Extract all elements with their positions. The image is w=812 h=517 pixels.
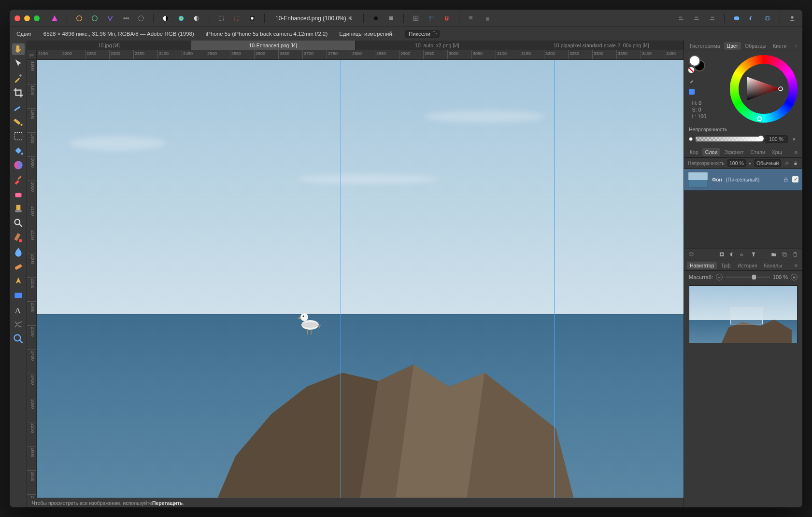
mask-icon[interactable]	[718, 251, 725, 258]
fx-icon[interactable]: fx	[740, 251, 746, 258]
layer-visible-checkbox[interactable]: ✓	[792, 176, 798, 182]
primary-color-swatch[interactable]	[689, 55, 700, 67]
layer-row[interactable]: Фон (Пиксельный) ✓	[684, 169, 802, 191]
color-picker-tool[interactable]	[12, 72, 25, 84]
flood-fill-tool[interactable]	[12, 145, 25, 156]
grid-icon[interactable]	[411, 13, 421, 24]
panel-tab[interactable]: Кор	[687, 148, 701, 156]
navigator-thumbnail[interactable]	[689, 285, 798, 343]
adjustment-levels-icon[interactable]	[191, 13, 202, 24]
panel-tab[interactable]: Стили	[748, 148, 768, 156]
layer-opacity-value[interactable]: 100 %	[727, 159, 746, 167]
document-tab[interactable]: 10-Enhanced.png [И]	[191, 41, 356, 50]
selection-invert-icon[interactable]	[231, 13, 242, 24]
align-center-icon[interactable]	[691, 13, 702, 24]
navigator-viewport-rect[interactable]	[730, 307, 763, 324]
panel-tab[interactable]: Образцы	[742, 42, 769, 50]
panel-tab[interactable]: Трф	[718, 262, 733, 269]
boolean-intersect-icon[interactable]	[762, 13, 773, 24]
ruler-unit[interactable]: px	[27, 50, 37, 60]
boolean-add-icon[interactable]	[731, 13, 742, 24]
document-tab[interactable]: 10-gigapixel-standard-scale-2_00x.png [И…	[519, 41, 684, 50]
color-swatches[interactable]	[689, 55, 706, 72]
zoom-slider[interactable]	[726, 277, 770, 278]
lock-icon[interactable]	[793, 160, 798, 167]
live-filter-icon[interactable]	[750, 251, 757, 258]
opacity-menu-icon[interactable]: ▾	[791, 136, 798, 142]
blend-mode-select[interactable]: Обычный	[754, 159, 781, 167]
close-button[interactable]	[14, 15, 20, 21]
persona-develop-icon[interactable]	[105, 13, 115, 24]
account-icon[interactable]	[787, 13, 798, 24]
document-tab[interactable]: 10_auto_x2.png [И]	[356, 41, 520, 50]
opacity-slider[interactable]	[696, 137, 762, 141]
panel-menu-icon[interactable]: ≡	[793, 43, 799, 49]
adjustment-icon[interactable]	[729, 251, 736, 258]
healing-tool[interactable]	[12, 261, 25, 272]
document-tab[interactable]: 10.jpg [И]	[27, 41, 191, 50]
adjustment-hsl-icon[interactable]	[176, 13, 186, 24]
no-color-swatch[interactable]	[688, 67, 695, 73]
units-select[interactable]: Пиксели	[405, 30, 440, 38]
panel-tab[interactable]: Навигатор	[687, 262, 717, 269]
minimize-button[interactable]	[24, 15, 30, 21]
blur-tool[interactable]	[12, 246, 25, 258]
ruler-vertical[interactable]: 1800185019001950200020502100215022002250…	[27, 60, 37, 498]
inpainting-tool[interactable]	[12, 232, 25, 243]
persona-export-icon[interactable]	[136, 13, 146, 24]
gradient-tool[interactable]	[12, 159, 25, 171]
opacity-value[interactable]: 100 %	[765, 135, 788, 143]
panel-tab[interactable]: Слои	[702, 148, 721, 156]
guide-line[interactable]	[341, 60, 341, 498]
group-icon[interactable]	[770, 251, 777, 258]
color-wheel[interactable]	[730, 55, 798, 123]
panel-menu-icon[interactable]: ≡	[793, 149, 799, 155]
hand-tool[interactable]	[12, 43, 25, 55]
ruler-horizontal[interactable]: 2150220022502300235024002450250025502600…	[37, 50, 684, 60]
boolean-subtract-icon[interactable]	[747, 13, 757, 24]
panel-tab[interactable]: Эффект	[721, 148, 746, 156]
arrange-front-icon[interactable]	[482, 13, 492, 24]
toggle-light-icon[interactable]	[386, 13, 397, 24]
dodge-tool[interactable]	[12, 217, 25, 229]
gear-icon[interactable]	[784, 160, 790, 167]
mesh-warp-tool[interactable]	[12, 319, 25, 330]
guides-icon[interactable]	[426, 13, 437, 24]
align-right-icon[interactable]	[707, 13, 717, 24]
flood-select-tool[interactable]	[12, 116, 25, 127]
text-tool[interactable]: A	[12, 304, 25, 316]
add-layer-icon[interactable]	[781, 251, 788, 258]
canvas-viewport[interactable]	[37, 60, 684, 498]
panel-tab[interactable]: Цвет	[724, 42, 741, 50]
zoom-tool[interactable]	[12, 333, 25, 345]
arrange-back-icon[interactable]	[466, 13, 477, 24]
move-tool[interactable]	[12, 58, 25, 70]
paint-brush-tool[interactable]	[12, 174, 25, 185]
align-left-icon[interactable]	[676, 13, 686, 24]
panel-tab[interactable]: История	[735, 262, 760, 269]
layer-lock-icon[interactable]	[783, 176, 789, 183]
zoom-button[interactable]	[34, 15, 40, 21]
crop-tool[interactable]	[12, 87, 25, 98]
erase-tool[interactable]	[12, 188, 25, 200]
recent-color-chip[interactable]	[689, 89, 695, 95]
rectangle-tool[interactable]	[12, 290, 25, 301]
toggle-dark-icon[interactable]	[370, 13, 381, 24]
clone-tool[interactable]	[12, 203, 25, 214]
snap-icon[interactable]	[442, 13, 452, 24]
zoom-in-button[interactable]: +	[791, 274, 798, 280]
guide-line[interactable]	[554, 60, 555, 498]
panel-tab[interactable]: Гистограмма	[687, 42, 723, 50]
panel-menu-icon[interactable]: ≡	[793, 263, 799, 268]
selection-new-icon[interactable]	[216, 13, 227, 24]
marquee-tool[interactable]	[12, 130, 25, 142]
panel-tab[interactable]: Каналы	[761, 262, 784, 269]
adjustment-bw-icon[interactable]	[160, 13, 171, 24]
panel-tab[interactable]: Хрщ	[769, 148, 785, 156]
selection-brush-tool[interactable]	[12, 101, 25, 113]
persona-photo-icon[interactable]	[74, 13, 85, 24]
panel-tab[interactable]: Кисти	[770, 42, 789, 50]
trash-icon[interactable]	[792, 251, 798, 258]
layers-stack-icon[interactable]	[688, 251, 695, 258]
zoom-out-button[interactable]: −	[716, 274, 723, 280]
